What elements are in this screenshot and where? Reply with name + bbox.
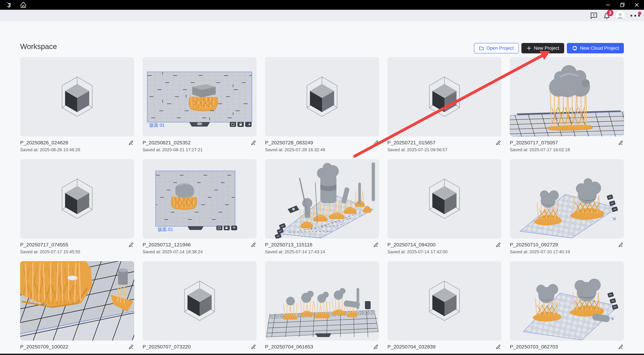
close-button[interactable]	[630, 0, 644, 10]
project-card: P_20250714_094200 Saved at: 2025-07-14 1…	[388, 159, 502, 261]
project-thumbnail[interactable]	[20, 261, 134, 340]
project-card: P_20250826_024626 Saved at: 2025-08-26 1…	[20, 57, 134, 159]
avatar[interactable]	[616, 11, 625, 20]
project-thumbnail[interactable]	[388, 261, 502, 340]
project-card: P_20250709_100022	[20, 261, 134, 355]
more-menu-icon[interactable]	[629, 11, 641, 20]
project-thumbnail[interactable]	[20, 57, 134, 136]
cloud-icon	[572, 46, 578, 51]
project-thumbnail[interactable]	[388, 57, 502, 136]
project-saved-at: Saved at: 2025-08-21 17:27:21	[142, 147, 256, 152]
project-name: P_20250713_115116	[265, 242, 312, 248]
edit-name-icon[interactable]	[496, 242, 502, 248]
project-name: P_20250707_073220	[142, 344, 191, 350]
open-project-button[interactable]: Open Project	[474, 43, 519, 53]
new-cloud-project-button[interactable]: New Cloud Project	[567, 43, 624, 53]
project-thumbnail[interactable]	[265, 159, 379, 238]
header-buttons: Open Project New Project New Cloud Proje…	[474, 43, 624, 53]
edit-name-icon[interactable]	[618, 140, 624, 146]
svg-text:版面 01: 版面 01	[158, 227, 173, 232]
svg-text:⇲: ⇲	[612, 216, 616, 221]
project-card: P_20250704_061653	[265, 261, 379, 355]
project-name: P_20250704_061653	[265, 344, 313, 350]
edit-name-icon[interactable]	[496, 344, 502, 350]
app-logo-icon: 3	[5, 1, 13, 9]
project-name: P_20250728_083249	[265, 140, 313, 146]
project-saved-at: Saved at: 2025-07-14 17:42:00	[388, 249, 502, 254]
project-grid: P_20250826_024626 Saved at: 2025-08-26 1…	[20, 57, 624, 355]
project-card: P_20250707_073220	[142, 261, 256, 355]
project-thumbnail[interactable]: 版面 01	[142, 57, 256, 136]
project-thumbnail[interactable]	[388, 159, 502, 238]
project-thumbnail[interactable]	[265, 57, 379, 136]
project-card: 版面 01 P_20250821_025352 Saved at: 2025-0…	[142, 57, 256, 159]
project-name: P_20250717_074555	[20, 242, 68, 248]
notification-dot	[638, 12, 641, 15]
edit-name-icon[interactable]	[250, 344, 256, 350]
page-title: Workspace	[20, 42, 57, 51]
minimize-button[interactable]	[601, 0, 615, 10]
window-controls	[601, 0, 644, 10]
edit-name-icon[interactable]	[128, 140, 134, 146]
svg-text:⇲: ⇲	[610, 315, 614, 321]
project-card: P_20250704_032839	[388, 261, 502, 355]
edit-name-icon[interactable]	[373, 242, 379, 248]
edit-name-icon[interactable]	[373, 344, 379, 350]
edit-name-icon[interactable]	[496, 140, 502, 146]
home-icon[interactable]	[20, 1, 27, 9]
new-project-button[interactable]: New Project	[522, 43, 564, 53]
project-thumbnail[interactable]: ⇲	[510, 159, 624, 238]
project-card: 版面 01 P_20250712_121946 Saved at: 2025-0…	[142, 159, 256, 261]
project-name: P_20250826_024626	[20, 140, 68, 146]
edit-name-icon[interactable]	[250, 242, 256, 248]
project-saved-at: Saved at: 2025-07-17 15:45:55	[20, 249, 134, 254]
project-name: P_20250717_075057	[510, 140, 558, 146]
project-card: ⇲ P_20250710_092729 Saved at: 2025-07-10…	[510, 159, 624, 261]
project-name: P_20250710_092729	[510, 242, 558, 248]
project-name: P_20250714_094200	[388, 242, 436, 248]
project-card: P_20250728_083249 Saved at: 2025-07-28 1…	[265, 57, 379, 159]
plus-icon	[526, 46, 532, 51]
project-saved-at: Saved at: 2025-08-26 10:46:26	[20, 147, 134, 152]
project-saved-at: Saved at: 2025-07-10 17:40:19	[510, 249, 624, 254]
project-name: P_20250721_015657	[388, 140, 436, 146]
project-thumbnail[interactable]	[510, 57, 624, 136]
edit-name-icon[interactable]	[128, 344, 134, 350]
secondary-toolbar: 3	[0, 10, 644, 22]
taskbar-strip	[0, 354, 644, 355]
project-thumbnail[interactable]	[142, 261, 256, 340]
project-card: P_20250717_074555 Saved at: 2025-07-17 1…	[20, 159, 134, 261]
project-name: P_20250821_025352	[142, 140, 191, 146]
project-name: P_20250704_032839	[388, 344, 436, 350]
project-thumbnail[interactable]	[20, 159, 134, 238]
project-card: P_20250721_015657 Saved at: 2025-07-21 0…	[388, 57, 502, 159]
edit-name-icon[interactable]	[373, 140, 379, 146]
project-saved-at: Saved at: 2025-07-21 09:56:57	[388, 147, 502, 152]
edit-name-icon[interactable]	[618, 242, 624, 248]
folder-icon	[479, 46, 484, 51]
project-thumbnail[interactable]: 版面 01	[142, 159, 256, 238]
project-name: P_20250709_100022	[20, 344, 68, 350]
edit-name-icon[interactable]	[250, 140, 256, 146]
window-titlebar: 3	[0, 0, 644, 10]
project-name: P_20250712_121946	[142, 242, 191, 248]
feedback-icon[interactable]	[589, 11, 598, 20]
notifications-bell-icon[interactable]: 3	[602, 11, 611, 20]
svg-text:3: 3	[8, 2, 11, 9]
project-saved-at: Saved at: 2025-07-14 18:38:24	[142, 249, 256, 254]
project-card: ⇲ P_20250703_062703	[510, 261, 624, 355]
project-card: P_20250713_115116 Saved at: 2025-07-14 1…	[265, 159, 379, 261]
project-saved-at: Saved at: 2025-07-17 16:02:18	[510, 147, 624, 152]
notification-badge: 3	[607, 10, 614, 16]
project-saved-at: Saved at: 2025-07-28 16:32:49	[265, 147, 379, 152]
project-thumbnail[interactable]: ⇲	[510, 261, 624, 340]
edit-name-icon[interactable]	[618, 344, 624, 350]
project-thumbnail[interactable]	[265, 261, 379, 340]
edit-name-icon[interactable]	[128, 242, 134, 248]
project-name: P_20250703_062703	[510, 344, 558, 350]
project-card: P_20250717_075057 Saved at: 2025-07-17 1…	[510, 57, 624, 159]
project-saved-at: Saved at: 2025-07-14 17:43:14	[265, 249, 379, 254]
restore-button[interactable]	[615, 0, 630, 10]
svg-text:版面 01: 版面 01	[149, 123, 165, 128]
